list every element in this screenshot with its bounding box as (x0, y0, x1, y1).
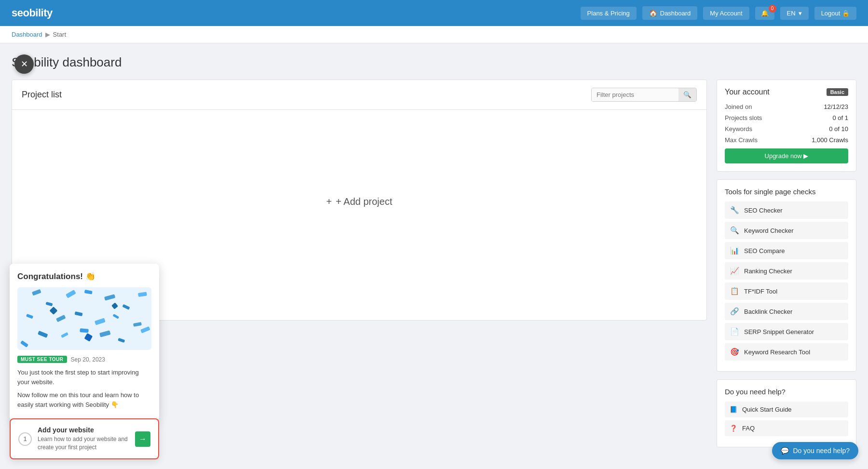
seo-checker-label: SEO Checker (744, 207, 782, 214)
step-content: Add your website Learn how to add your w… (38, 426, 129, 452)
confetti-svg (17, 287, 151, 350)
help-chat-button[interactable]: 💬 Do you need help? (772, 442, 858, 459)
book-icon: 📘 (730, 406, 737, 413)
account-badge: Basic (827, 88, 848, 96)
account-row-slots: Projects slots 0 of 1 (725, 114, 848, 121)
svg-rect-20 (50, 307, 58, 315)
tool-backlink-checker[interactable]: 🔗 Backlink Checker (725, 303, 848, 320)
svg-rect-5 (122, 304, 130, 310)
seo-compare-label: SEO Compare (744, 247, 785, 255)
svg-rect-8 (56, 315, 66, 322)
help-quick-start[interactable]: 📘 Quick Start Guide (725, 402, 848, 417)
svg-rect-10 (95, 318, 106, 325)
breadcrumb: Dashboard ▶ Start (0, 26, 868, 43)
slots-value: 0 of 1 (832, 114, 848, 121)
close-button[interactable]: ✕ (14, 54, 34, 74)
faq-label: FAQ (742, 425, 755, 432)
svg-rect-9 (75, 311, 83, 316)
tool-keyword-research[interactable]: 🎯 Keyword Research Tool (725, 343, 848, 361)
tool-seo-compare[interactable]: 📊 SEO Compare (725, 242, 848, 259)
tfidf-label: TF*IDF Tool (744, 288, 777, 295)
bell-icon: 🔔 (761, 10, 769, 17)
account-row-keywords: Keywords 0 of 10 (725, 125, 848, 133)
search-icon: 🔍 (683, 91, 692, 98)
svg-rect-7 (26, 314, 33, 319)
joined-value: 12/12/23 (824, 103, 848, 110)
tour-card: Congratulations! 👏 (10, 264, 159, 421)
language-button[interactable]: EN ▾ (780, 7, 809, 20)
tool-tfidf[interactable]: 📋 TF*IDF Tool (725, 282, 848, 300)
svg-rect-12 (133, 322, 142, 327)
logout-button[interactable]: Logout 🔒 (814, 7, 856, 20)
help-faq[interactable]: ❓ FAQ (725, 420, 848, 436)
svg-rect-21 (111, 303, 118, 309)
tool-serp-snippet[interactable]: 📄 SERP Snippet Generator (725, 323, 848, 340)
chevron-down-icon: ▾ (799, 10, 802, 17)
tools-title: Tools for single page checks (725, 188, 848, 196)
compare-icon: 📊 (730, 246, 739, 255)
svg-rect-4 (104, 294, 115, 300)
serp-snippet-label: SERP Snippet Generator (744, 328, 814, 335)
dashboard-button[interactable]: 🏠 Dashboard (642, 6, 698, 20)
breadcrumb-current: Start (53, 31, 66, 38)
header: seobility Plans & Pricing 🏠 Dashboard My… (0, 0, 868, 26)
serp-icon: 📄 (730, 327, 739, 336)
tfidf-icon: 📋 (730, 287, 739, 295)
svg-rect-22 (84, 333, 93, 342)
upgrade-button[interactable]: Upgrade now ▶ (725, 148, 848, 163)
breadcrumb-separator: ▶ (45, 31, 50, 38)
ranking-icon: 📈 (730, 267, 739, 275)
svg-rect-18 (140, 326, 150, 334)
step-arrow-button[interactable]: → (135, 431, 150, 447)
keyword-checker-label: Keyword Checker (744, 227, 794, 234)
joined-label: Joined on (725, 103, 752, 110)
help-title: Do you need help? (725, 388, 848, 396)
tour-date: Sep 20, 2023 (71, 356, 105, 363)
chat-icon: 💬 (781, 447, 789, 455)
tool-keyword-checker[interactable]: 🔍 Keyword Checker (725, 222, 848, 239)
svg-rect-15 (80, 328, 89, 333)
project-list-title: Project list (22, 90, 62, 100)
must-see-tour-badge: MUST SEE TOUR (17, 356, 67, 363)
my-account-label: My Account (710, 10, 742, 17)
svg-rect-14 (61, 332, 68, 338)
svg-rect-16 (99, 330, 111, 337)
account-title: Your account (725, 88, 770, 96)
close-icon: ✕ (21, 59, 28, 69)
svg-rect-19 (20, 340, 28, 348)
backlink-icon: 🔗 (730, 307, 739, 316)
svg-rect-0 (32, 289, 41, 296)
project-panel-header: Project list 🔍 (12, 80, 706, 110)
logo: seobility (12, 7, 53, 19)
tool-seo-checker[interactable]: 🔧 SEO Checker (725, 201, 848, 219)
svg-rect-1 (45, 302, 53, 306)
arrow-right-icon: → (139, 435, 147, 443)
add-project-button[interactable]: + + Add project (326, 196, 393, 207)
svg-rect-6 (138, 292, 147, 296)
help-chat-label: Do you need help? (793, 447, 850, 455)
my-account-button[interactable]: My Account (703, 7, 749, 20)
filter-button[interactable]: 🔍 (678, 88, 696, 101)
tools-card: Tools for single page checks 🔧 SEO Check… (717, 179, 856, 372)
account-row-joined: Joined on 12/12/23 (725, 103, 848, 110)
help-card: Do you need help? 📘 Quick Start Guide ❓ … (717, 379, 856, 447)
tool-ranking-checker[interactable]: 📈 Ranking Checker (725, 262, 848, 280)
wrench-icon: 🔧 (730, 206, 739, 214)
tour-text-2: Now follow me on this tour and learn how… (17, 390, 151, 409)
backlink-checker-label: Backlink Checker (744, 308, 792, 315)
plus-icon: + (326, 196, 332, 207)
logout-label: Logout 🔒 (821, 10, 850, 17)
filter-input[interactable] (592, 88, 678, 101)
home-icon: 🏠 (649, 9, 657, 17)
keywords-label: Keywords (725, 125, 752, 133)
language-label: EN (787, 10, 796, 17)
step-desc: Learn how to add your website and create… (38, 435, 129, 452)
svg-rect-17 (118, 338, 125, 343)
account-card: Your account Basic Joined on 12/12/23 Pr… (717, 80, 856, 172)
add-project-label: + Add project (336, 196, 392, 207)
research-icon: 🎯 (730, 348, 739, 356)
plans-pricing-button[interactable]: Plans & Pricing (581, 7, 637, 20)
step-title: Add your website (38, 426, 129, 434)
breadcrumb-home[interactable]: Dashboard (12, 31, 42, 38)
notifications-button[interactable]: 🔔 0 (755, 7, 774, 20)
